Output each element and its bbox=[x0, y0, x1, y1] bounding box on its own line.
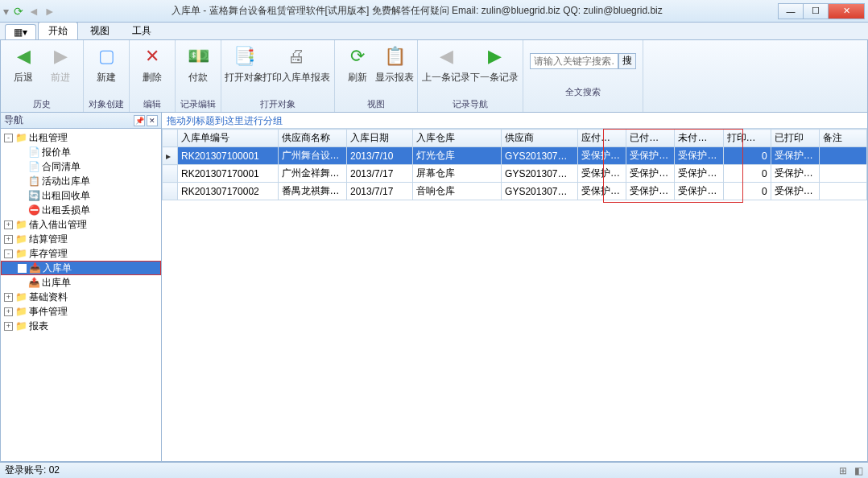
group-record-edit: 💵付款 记录编辑 bbox=[176, 40, 221, 112]
pin-icon[interactable]: 📌 bbox=[134, 115, 145, 126]
tree-icon: 📁 bbox=[14, 291, 27, 303]
expand-icon[interactable]: + bbox=[4, 220, 13, 229]
cell bbox=[819, 183, 866, 200]
show-report-button[interactable]: 📋显示报表 bbox=[377, 42, 412, 97]
next-icon: ▶ bbox=[482, 43, 507, 69]
tree-item[interactable]: ⛔出租丢损单 bbox=[1, 203, 161, 217]
cell: 灯光仓库 bbox=[413, 147, 502, 165]
next-record-button[interactable]: ▶下一条记录 bbox=[471, 42, 518, 97]
forward-small-icon[interactable]: ► bbox=[44, 5, 56, 18]
col-header[interactable]: 入库仓库 bbox=[413, 130, 502, 147]
cell: RK201307170001 bbox=[177, 165, 278, 183]
status-bar: 登录账号: 02 ⊞ ◧ bbox=[0, 462, 868, 478]
cell: 受保护… bbox=[626, 147, 675, 165]
qa-dropdown-icon[interactable]: ▾ bbox=[3, 5, 9, 18]
search-button[interactable]: 搜 bbox=[618, 53, 636, 69]
table-row[interactable]: ▸RK201307100001广州舞台设…2013/7/10灯光仓库GYS201… bbox=[163, 147, 867, 165]
nav-close-icon[interactable]: ✕ bbox=[147, 115, 158, 126]
print-report-button[interactable]: 🖨打印入库单报表 bbox=[263, 42, 329, 97]
expand-icon[interactable]: + bbox=[4, 322, 13, 331]
expand-icon[interactable]: + bbox=[4, 235, 13, 244]
back-small-icon[interactable]: ◄ bbox=[28, 5, 39, 18]
cell: 广州金祥舞… bbox=[278, 165, 346, 183]
tree-item[interactable]: +📁基础资料 bbox=[1, 290, 161, 304]
main-area: 导航 📌 ✕ -📁出租管理📄报价单📄合同清单📋活动出库单🔄出租回收单⛔出租丢损单… bbox=[0, 113, 868, 462]
tree-icon: 📥 bbox=[28, 262, 41, 274]
tree-item[interactable]: +📁报表 bbox=[1, 319, 161, 333]
col-header[interactable]: 入库日期 bbox=[347, 130, 413, 147]
cell: 0 bbox=[723, 147, 771, 165]
col-header[interactable]: 应付… bbox=[578, 130, 626, 147]
back-button[interactable]: ◀后退 bbox=[6, 42, 41, 97]
tab-tools[interactable]: 工具 bbox=[122, 22, 162, 39]
cell: 0 bbox=[723, 183, 771, 200]
cell: RK201307170002 bbox=[177, 183, 278, 200]
group-edit: ✕删除 编辑 bbox=[130, 40, 176, 112]
new-button[interactable]: ▢新建 bbox=[89, 42, 124, 97]
status-icon-1[interactable]: ⊞ bbox=[839, 465, 847, 476]
tree-item[interactable]: 📥入库单 bbox=[1, 261, 161, 275]
tree-item[interactable]: 📋活动出库单 bbox=[1, 174, 161, 188]
refresh-icon[interactable]: ⟳ bbox=[14, 5, 23, 18]
tree-icon: 📋 bbox=[27, 175, 40, 187]
close-button[interactable]: ✕ bbox=[828, 3, 865, 19]
col-header[interactable]: 备注 bbox=[819, 130, 866, 147]
group-create: ▢新建 对象创建 bbox=[84, 40, 130, 112]
expand-icon[interactable]: - bbox=[4, 249, 13, 258]
grid-panel: 拖动列标题到这里进行分组 入库单编号供应商名称入库日期入库仓库供应商应付…已付…… bbox=[162, 113, 867, 461]
pay-button[interactable]: 💵付款 bbox=[180, 42, 216, 97]
table-row[interactable]: RK201307170002番禺龙祺舞…2013/7/17音响仓库GYS2013… bbox=[163, 183, 867, 200]
expand-icon[interactable]: + bbox=[4, 293, 13, 302]
tree-label: 借入借出管理 bbox=[29, 218, 87, 232]
tree-item[interactable]: 📄合同清单 bbox=[1, 159, 161, 174]
col-header[interactable]: 已打印 bbox=[771, 130, 819, 147]
nav-tree: -📁出租管理📄报价单📄合同清单📋活动出库单🔄出租回收单⛔出租丢损单+📁借入借出管… bbox=[1, 129, 161, 461]
search-input[interactable] bbox=[530, 53, 618, 69]
expand-icon bbox=[17, 148, 26, 157]
col-header[interactable]: 已付… bbox=[626, 130, 675, 147]
cell: 受保护… bbox=[626, 183, 675, 200]
tree-item[interactable]: 📤出库单 bbox=[1, 275, 161, 290]
tree-item[interactable]: +📁结算管理 bbox=[1, 232, 161, 246]
money-icon: 💵 bbox=[185, 43, 211, 69]
group-view: ⟳刷新 📋显示报表 视图 bbox=[335, 40, 418, 112]
tab-start[interactable]: 开始 bbox=[38, 22, 78, 39]
col-header[interactable]: 入库单编号 bbox=[177, 130, 278, 147]
minimize-button[interactable]: — bbox=[778, 3, 804, 19]
expand-icon[interactable]: - bbox=[4, 134, 13, 142]
table-row[interactable]: RK201307170001广州金祥舞…2013/7/17屏幕仓库GYS2013… bbox=[163, 165, 867, 183]
tree-item[interactable]: 🔄出租回收单 bbox=[1, 188, 161, 203]
group-open: 📑打开对象 🖨打印入库单报表 打开对象 bbox=[221, 40, 335, 112]
nav-title: 导航 bbox=[4, 113, 23, 127]
col-header[interactable]: 供应商 bbox=[502, 130, 578, 147]
tree-icon: 📄 bbox=[27, 161, 40, 172]
expand-icon[interactable]: + bbox=[4, 307, 13, 316]
open-object-button[interactable]: 📑打开对象 bbox=[226, 42, 262, 97]
titlebar: ▾ ⟳ ◄ ► 入库单 - 蓝格舞台设备租赁管理软件[试用版本] 免费解答任何疑… bbox=[0, 0, 868, 23]
cell: 受保护… bbox=[578, 165, 626, 183]
tree-item[interactable]: -📁出租管理 bbox=[1, 130, 161, 145]
col-header[interactable]: 打印… bbox=[723, 130, 771, 147]
tree-item[interactable]: -📁库存管理 bbox=[1, 246, 161, 261]
cell: 2013/7/10 bbox=[347, 147, 413, 165]
tree-item[interactable]: +📁事件管理 bbox=[1, 304, 161, 319]
tree-item[interactable]: 📄报价单 bbox=[1, 145, 161, 159]
col-header[interactable]: 供应商名称 bbox=[278, 130, 346, 147]
tree-item[interactable]: +📁借入借出管理 bbox=[1, 217, 161, 232]
delete-button[interactable]: ✕删除 bbox=[134, 42, 170, 97]
data-grid[interactable]: 入库单编号供应商名称入库日期入库仓库供应商应付…已付…未付…打印…已打印备注▸R… bbox=[162, 129, 867, 461]
cell: 受保护… bbox=[578, 183, 626, 200]
prev-record-button[interactable]: ◀上一条记录 bbox=[423, 42, 469, 97]
tab-view[interactable]: 视图 bbox=[80, 22, 120, 39]
file-menu-button[interactable]: ▦▾ bbox=[5, 24, 36, 39]
tree-label: 基础资料 bbox=[29, 291, 68, 304]
cell: 受保护… bbox=[771, 147, 819, 165]
cell: GYS201307… bbox=[502, 147, 578, 165]
cell: 音响仓库 bbox=[413, 183, 502, 200]
maximize-button[interactable]: ☐ bbox=[803, 3, 829, 19]
forward-button[interactable]: ▶前进 bbox=[43, 42, 78, 97]
ribbon-tabstrip: ▦▾ 开始 视图 工具 bbox=[0, 23, 868, 40]
status-icon-2[interactable]: ◧ bbox=[854, 465, 863, 476]
col-header[interactable]: 未付… bbox=[675, 130, 723, 147]
refresh-button[interactable]: ⟳刷新 bbox=[340, 42, 375, 97]
